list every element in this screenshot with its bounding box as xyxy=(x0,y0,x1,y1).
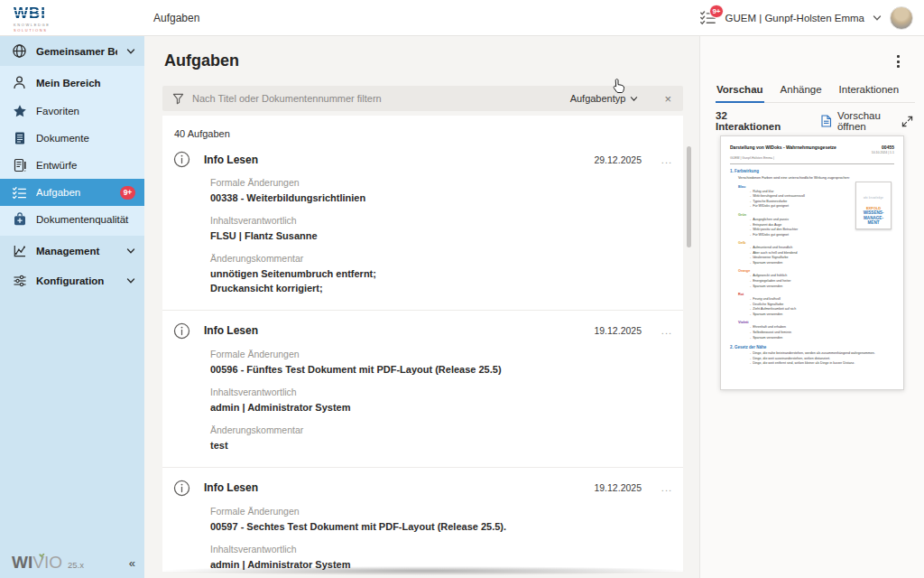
preview-doc-number: 00455 xyxy=(872,144,894,150)
sprout-icon xyxy=(38,546,46,564)
preview-text-line: - Dinge, die weit entfernt sind, wirken … xyxy=(750,361,894,367)
clear-filter-button[interactable]: × xyxy=(664,92,671,106)
task-type-dropdown[interactable]: Aufgabentyp xyxy=(570,93,639,104)
draft-document-icon xyxy=(12,158,27,173)
tab-anhaenge[interactable]: Anhänge xyxy=(780,84,823,102)
more-options-button[interactable]: ... xyxy=(642,325,672,336)
sidebar-item-gemeinsamer-bereich[interactable]: Gemeinsamer Bereich xyxy=(0,36,144,66)
task-list-item[interactable]: Info Lesen 19.12.2025 ... Formale Änderu… xyxy=(162,468,683,572)
change-comment: unnötigen Seitenumbruch entfernt; Drucka… xyxy=(210,267,672,296)
field-label: Formale Änderungen xyxy=(210,506,672,517)
preview-text-line: - Sparsam verwenden xyxy=(750,336,894,341)
preview-panel: Vorschau Anhänge Interaktionen 32 Intera… xyxy=(699,36,924,578)
field-label: Änderungskommentar xyxy=(210,253,672,264)
preview-text-line: Gelb xyxy=(738,241,894,245)
field-label: Formale Änderungen xyxy=(210,349,672,359)
preview-text-line: - Sparsam verwenden xyxy=(750,312,894,318)
sidebar-item-entwuerfe[interactable]: Entwürfe xyxy=(0,152,144,179)
preview-text-line: Verschiedenen Farben wird eine unterschi… xyxy=(738,176,854,182)
preview-doc-title: Darstellung von WIDoks - Wahrnehmungsges… xyxy=(730,144,844,154)
document-title: 00596 - Fünftes Test Dokument mit PDF-La… xyxy=(210,363,672,378)
chevron-down-icon xyxy=(630,95,638,103)
open-preview-button[interactable]: Vorschau öffnen xyxy=(820,110,901,132)
tab-interaktionen[interactable]: Interaktionen xyxy=(838,84,901,102)
sidebar-item-dokumentenqualitaet[interactable]: Dokumentenqualität xyxy=(0,206,144,233)
chevron-down-icon xyxy=(126,47,135,56)
task-list-item[interactable]: Info Lesen 19.12.2025 ... Formale Änderu… xyxy=(162,311,683,468)
responsible-person: admin | Administrator System xyxy=(210,401,672,415)
preview-toolbar: 32 Interaktionen Vorschau öffnen xyxy=(716,110,913,132)
preview-text-line: - Für WIDoks gut geeignet xyxy=(750,233,894,238)
preview-text-line: - Sparsam verwenden xyxy=(750,284,894,290)
star-icon xyxy=(12,104,27,119)
chevron-down-icon[interactable] xyxy=(873,14,882,23)
field-label: Inhaltsverantwortlich xyxy=(210,544,672,555)
preview-text-line: Orange xyxy=(738,269,894,273)
sidebar-group-mein-bereich: Mein Bereich Favoriten Dokumente xyxy=(0,66,144,236)
checklist-icon xyxy=(12,185,27,200)
list-scrollbar-thumb[interactable] xyxy=(687,146,691,247)
app-logo[interactable]: WBI KNOWLEDGE SOLUTIONS xyxy=(14,5,50,33)
preview-doc-body: wbi knowledge EXFOLD WISSENS- MANAGE- ME… xyxy=(730,169,894,367)
sidebar-item-aufgaben[interactable]: Aufgaben 9+ xyxy=(0,179,144,206)
chevron-down-icon xyxy=(126,247,135,256)
scroll-shadow xyxy=(164,566,685,575)
logo-text: WBI xyxy=(14,5,50,21)
preview-tabs: Vorschau Anhänge Interaktionen xyxy=(716,84,915,103)
sliders-icon xyxy=(12,273,27,288)
sidebar-item-konfiguration[interactable]: Konfiguration xyxy=(0,266,144,295)
task-count: 40 Aufgaben xyxy=(162,116,683,139)
preview-text-line: 1. Farbwirkung xyxy=(730,169,894,173)
filter-bar: Aufgabentyp × xyxy=(162,86,683,111)
quality-case-icon xyxy=(12,212,27,228)
task-list-item[interactable]: Info Lesen 29.12.2025 ... Formale Änderu… xyxy=(162,139,683,311)
task-title: Info Lesen xyxy=(204,481,258,494)
task-list-panel: 40 Aufgaben Info Lesen 29.12.2025 ... Fo… xyxy=(162,116,683,572)
sidebar-item-favoriten[interactable]: Favoriten xyxy=(0,98,144,125)
logo-sub-bottom: SOLUTIONS xyxy=(14,28,50,33)
topbar-tasks-button[interactable]: 9+ xyxy=(699,9,717,27)
more-options-button[interactable]: ... xyxy=(642,482,672,493)
expand-preview-icon[interactable] xyxy=(901,116,913,127)
document-title: 00597 - Sechtes Test Dokument mit PDF-La… xyxy=(210,520,672,535)
more-options-button[interactable]: ... xyxy=(642,154,672,165)
chevron-down-icon xyxy=(126,276,135,285)
task-date: 29.12.2025 xyxy=(594,154,642,165)
book-cover-image: wbi knowledge EXFOLD WISSENS- MANAGE- ME… xyxy=(855,182,892,229)
info-icon xyxy=(173,480,190,497)
preview-text-line: Violett xyxy=(738,321,894,324)
preview-doc-author: GUEM | Gunpf-Holsten Emma | xyxy=(730,156,894,160)
avatar[interactable] xyxy=(890,6,913,30)
task-title: Info Lesen xyxy=(204,324,258,337)
info-icon xyxy=(173,322,190,340)
sidebar-item-management[interactable]: Management xyxy=(0,236,144,266)
responsible-person: FLSU | Flantz Susanne xyxy=(210,229,672,244)
sidebar-item-mein-bereich[interactable]: Mein Bereich xyxy=(0,68,144,98)
filter-input[interactable] xyxy=(192,93,570,104)
panel-more-options-button[interactable] xyxy=(897,55,900,68)
sidebar-item-dokumente[interactable]: Dokumente xyxy=(0,125,144,152)
logo-sub-top: KNOWLEDGE xyxy=(14,23,50,28)
page-title: Aufgaben xyxy=(164,51,239,70)
change-comment: test xyxy=(210,439,672,453)
topbar-title: Aufgaben xyxy=(153,12,199,24)
person-icon xyxy=(12,75,27,90)
collapse-sidebar-button[interactable]: « xyxy=(129,556,135,571)
user-name[interactable]: GUEM | Gunpf-Holsten Emma xyxy=(725,13,864,23)
version-label: 25.x xyxy=(68,560,84,571)
field-label: Formale Änderungen xyxy=(210,177,672,188)
notification-badge: 9+ xyxy=(709,5,723,18)
topbar-user-area: 9+ GUEM | Gunpf-Holsten Emma xyxy=(699,0,913,36)
field-label: Inhaltsverantwortlich xyxy=(210,215,672,226)
field-label: Inhaltsverantwortlich xyxy=(210,387,672,397)
sidebar-footer: WIVIO 25.x « xyxy=(12,554,135,571)
document-preview[interactable]: Darstellung von WIDoks - Wahrnehmungsges… xyxy=(720,135,904,390)
task-date: 19.12.2025 xyxy=(594,482,642,493)
wivio-logo: WIVIO xyxy=(12,554,62,571)
document-title: 00338 - Weiterbildungsrichtlinien xyxy=(210,191,672,206)
sidebar: Gemeinsamer Bereich Mein Bereich Favorit… xyxy=(0,36,144,578)
document-icon xyxy=(12,131,27,146)
tab-vorschau[interactable]: Vorschau xyxy=(716,84,764,103)
interactions-count: 32 Interaktionen xyxy=(716,110,786,132)
filter-funnel-icon xyxy=(172,93,184,105)
